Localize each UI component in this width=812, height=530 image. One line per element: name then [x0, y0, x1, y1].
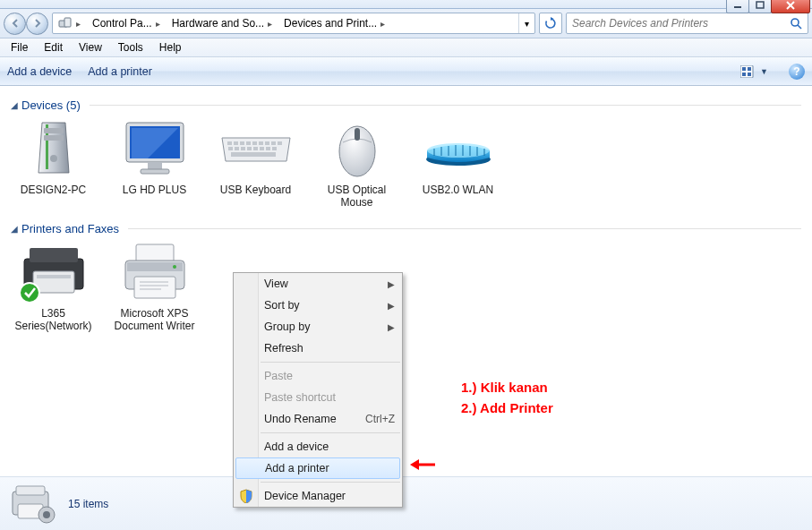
- svg-rect-31: [235, 147, 239, 150]
- printer-item[interactable]: Microsoft XPS Document Writer: [112, 241, 197, 333]
- svg-rect-36: [266, 147, 270, 150]
- ctx-group-by[interactable]: Group by▶: [234, 316, 402, 338]
- svg-rect-24: [246, 141, 251, 145]
- svg-rect-27: [265, 141, 269, 145]
- collapse-icon[interactable]: ◢: [11, 224, 18, 234]
- device-label: DESIGN2-PC: [21, 184, 86, 196]
- details-count-label: 15 items: [68, 498, 108, 510]
- add-device-button[interactable]: Add a device: [7, 65, 72, 78]
- monitor-icon: [116, 117, 192, 180]
- svg-rect-10: [748, 67, 751, 71]
- ctx-device-manager[interactable]: Device Manager: [234, 485, 402, 507]
- svg-rect-59: [134, 277, 175, 298]
- search-input[interactable]: [572, 17, 790, 30]
- ctx-sort-by[interactable]: Sort by▶: [234, 295, 402, 316]
- close-button[interactable]: [771, 0, 810, 13]
- view-icon: [740, 65, 756, 78]
- back-button[interactable]: [4, 13, 26, 35]
- ctx-add-device[interactable]: Add a device: [234, 436, 402, 457]
- ctx-view[interactable]: View▶: [234, 273, 402, 295]
- help-button[interactable]: ?: [789, 64, 805, 80]
- forward-button[interactable]: [26, 13, 48, 35]
- breadcrumb-segment[interactable]: Control Pa...▸: [87, 13, 167, 33]
- content-area[interactable]: ◢ Devices (5) DESIGN2-PC: [0, 86, 812, 469]
- wlan-icon: [420, 117, 496, 180]
- group-title: Printers and Faxes: [21, 222, 119, 235]
- printer-default-icon: [15, 241, 91, 303]
- device-item[interactable]: LG HD PLUS: [112, 117, 197, 209]
- refresh-icon: [544, 17, 557, 30]
- annotation-arrow-icon: [410, 457, 435, 472]
- menu-edit[interactable]: Edit: [37, 39, 70, 56]
- svg-rect-52: [30, 248, 78, 262]
- search-box[interactable]: [566, 13, 808, 34]
- devices-icon: [58, 16, 73, 30]
- pc-tower-icon: [15, 117, 91, 180]
- context-menu: View▶ Sort by▶ Group by▶ Refresh Paste P…: [233, 272, 403, 508]
- device-item[interactable]: DESIGN2-PC: [11, 117, 96, 209]
- svg-rect-30: [228, 147, 233, 150]
- maximize-button[interactable]: [748, 0, 772, 13]
- svg-rect-1: [756, 2, 764, 8]
- menu-help[interactable]: Help: [152, 39, 189, 56]
- svg-rect-15: [44, 135, 64, 141]
- svg-rect-32: [241, 147, 245, 150]
- menu-bar: File Edit View Tools Help: [0, 38, 812, 57]
- details-pane: 15 items: [0, 476, 812, 530]
- svg-rect-23: [240, 141, 244, 145]
- menu-tools[interactable]: Tools: [111, 39, 150, 56]
- address-dropdown[interactable]: ▾: [518, 13, 534, 33]
- svg-rect-12: [748, 73, 751, 76]
- window-controls: [727, 0, 810, 13]
- group-header-printers[interactable]: ◢ Printers and Faxes: [11, 222, 801, 235]
- ctx-refresh[interactable]: Refresh: [234, 338, 402, 359]
- breadcrumb-segment[interactable]: Hardware and So...▸: [167, 13, 278, 33]
- menu-view[interactable]: View: [72, 39, 109, 56]
- device-item[interactable]: USB Keyboard: [213, 117, 298, 209]
- search-icon[interactable]: [790, 17, 802, 30]
- svg-rect-25: [252, 141, 257, 145]
- annotation-text: 1.) Klik kanan 2.) Add Printer: [461, 378, 553, 418]
- printer-label: Microsoft XPS Document Writer: [112, 307, 197, 333]
- svg-rect-40: [355, 128, 360, 141]
- svg-point-42: [427, 143, 490, 158]
- breadcrumb[interactable]: ▸ Control Pa...▸ Hardware and So...▸ Dev…: [52, 13, 535, 34]
- ctx-add-printer[interactable]: Add a printer: [235, 457, 400, 479]
- keyboard-icon: [218, 117, 294, 180]
- device-item[interactable]: USB2.0 WLAN: [415, 117, 500, 209]
- group-header-devices[interactable]: ◢ Devices (5): [11, 98, 801, 112]
- svg-rect-33: [247, 147, 252, 150]
- svg-rect-28: [271, 141, 276, 145]
- svg-point-55: [20, 283, 39, 303]
- device-item[interactable]: USB Optical Mouse: [314, 117, 399, 209]
- command-toolbar: Add a device Add a printer ▼ ?: [0, 57, 812, 86]
- menu-file[interactable]: File: [4, 39, 35, 56]
- device-label: LG HD PLUS: [123, 184, 186, 196]
- svg-rect-35: [260, 147, 264, 150]
- breadcrumb-segment[interactable]: Devices and Print...▸: [278, 13, 391, 33]
- title-bar: [0, 0, 812, 9]
- details-thumbnail-icon: [9, 483, 57, 526]
- svg-rect-20: [141, 169, 169, 174]
- view-options-button[interactable]: ▼: [736, 63, 773, 81]
- ctx-undo-rename[interactable]: Undo RenameCtrl+Z: [234, 408, 402, 430]
- collapse-icon[interactable]: ◢: [11, 100, 18, 110]
- printer-item[interactable]: L365 Series(Network): [11, 241, 96, 333]
- printer-label: L365 Series(Network): [11, 307, 96, 333]
- minimize-button[interactable]: [726, 0, 749, 13]
- svg-rect-26: [259, 141, 263, 145]
- device-label: USB2.0 WLAN: [423, 184, 493, 196]
- svg-rect-14: [44, 128, 64, 133]
- ctx-paste-shortcut: Paste shortcut: [234, 387, 402, 408]
- breadcrumb-label: Devices and Print...: [284, 17, 377, 30]
- refresh-button[interactable]: [539, 13, 562, 34]
- svg-rect-56: [136, 244, 174, 262]
- svg-rect-37: [272, 147, 277, 150]
- device-label: USB Keyboard: [220, 184, 291, 196]
- navigation-bar: ▸ Control Pa...▸ Hardware and So...▸ Dev…: [0, 9, 812, 38]
- breadcrumb-root-icon[interactable]: ▸: [53, 13, 87, 33]
- shield-icon: [238, 488, 254, 504]
- svg-line-7: [798, 25, 801, 29]
- add-printer-button[interactable]: Add a printer: [88, 65, 152, 78]
- svg-point-68: [43, 511, 50, 518]
